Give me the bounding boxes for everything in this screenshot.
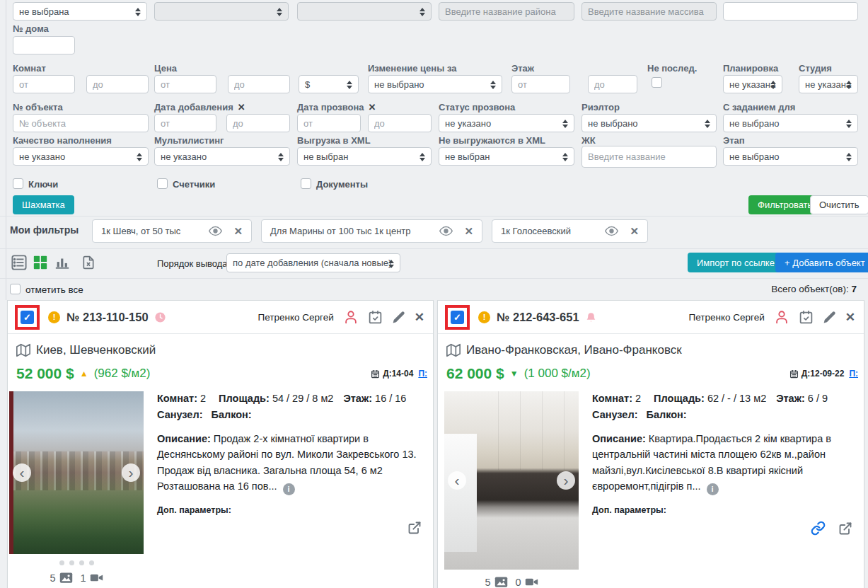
order-select[interactable]: по дате добавления (сначала новые) [226,253,400,272]
date-added-clear-icon[interactable]: ✕ [238,102,245,113]
price-to-input[interactable] [228,75,290,93]
list-view-icon[interactable] [11,254,28,271]
counters-checkbox[interactable] [157,178,168,189]
eye-icon[interactable] [209,224,222,238]
house-number-input[interactable] [13,36,75,54]
clock-icon[interactable] [154,311,166,323]
link-icon[interactable] [811,521,826,536]
select-all-checkbox[interactable] [10,284,21,294]
card-checkbox[interactable]: ✓ [21,311,34,324]
date-group: Д:12-09-22 П: [789,369,858,379]
layout-select[interactable]: не указана [723,75,782,93]
xml-export-select[interactable]: не выбран [297,147,432,166]
saved-filter-chip[interactable]: 1к Шевч, от 50 тыс ✕ [92,219,252,243]
card-body: Ивано-Франковская, Ивано-Франковск 62 00… [438,334,864,588]
address-row: Ивано-Франковская, Ивано-Франковск [438,343,864,357]
stage-select[interactable]: не выбрано [723,147,858,166]
photo-dot[interactable] [69,560,74,565]
chess-view-button[interactable]: Шахматка [13,195,74,214]
rooms-label: Комнат: [157,393,197,404]
date-added-from-input[interactable] [154,114,216,132]
clear-button[interactable]: Очистить [810,195,868,214]
calendar-task-icon[interactable] [799,310,814,325]
task-for-select[interactable]: не выбрано [723,114,858,132]
object-number-input[interactable] [13,114,149,132]
grid-view-icon[interactable] [33,254,50,271]
saved-filter-chip[interactable]: 1к Голосеевский ✕ [492,219,648,243]
price-change-select[interactable]: не выбрано [368,75,502,93]
media-counts: 5 1 [9,565,144,584]
quality-select-value: не указано [19,151,65,162]
call-link[interactable]: П: [849,369,858,379]
card-checkbox[interactable]: ✓ [451,311,464,324]
add-object-button[interactable]: + Добавить объект [775,253,868,272]
object-number-label: № объекта [13,102,63,113]
date-added-to-input[interactable] [226,114,290,132]
date-call-to-input[interactable] [368,114,432,132]
check-icon: ✓ [23,312,31,323]
bell-icon[interactable] [585,311,597,323]
warning-icon[interactable]: ! [478,311,490,323]
info-icon[interactable]: i [707,483,719,495]
divider [0,216,868,217]
card-body: Киев, Шевченковский 52 000 $ ▲ (962 $/м2… [8,334,433,584]
external-link-icon[interactable] [407,521,422,535]
price-from-input[interactable] [154,75,216,93]
delete-icon[interactable]: ✕ [845,311,855,323]
saved-filter-chip[interactable]: Для Марины от 100 тыс 1к центр ✕ [261,219,482,243]
agent-icon[interactable] [343,309,359,325]
property-photo[interactable]: ‹ › [444,391,579,570]
price-per-m2: (962 $/м2) [94,367,151,381]
info-icon[interactable]: i [283,483,295,495]
edit-icon[interactable] [392,311,405,324]
region-select[interactable]: не выбрана [13,2,147,21]
photo-dot[interactable] [89,560,94,565]
chart-view-icon[interactable] [54,254,71,271]
photo-dot[interactable] [79,560,84,565]
edit-icon[interactable] [823,311,836,324]
eye-icon[interactable] [605,224,618,238]
photo-prev-icon[interactable]: ‹ [448,471,466,490]
call-status-select[interactable]: не указано [439,114,574,132]
external-link-icon[interactable] [838,521,852,536]
annotation-highlight-box: ✓ [15,305,40,330]
date-added-label-text: Дата добавления [154,102,233,113]
property-photo[interactable]: ‹ › [9,391,144,554]
keys-checkbox[interactable] [13,178,23,189]
rooms-to-input[interactable] [86,75,149,93]
photo-next-icon[interactable]: › [557,471,575,490]
documents-checkbox[interactable] [301,178,311,189]
rooms-from-input[interactable] [13,75,75,93]
currency-select[interactable]: $ [299,75,359,93]
floor-to-input[interactable] [588,75,637,93]
remove-filter-icon[interactable]: ✕ [464,225,473,238]
complex-input[interactable] [581,146,717,168]
studio-select[interactable]: не указана [799,75,858,93]
remove-filter-icon[interactable]: ✕ [233,225,243,238]
divider [0,278,868,279]
remove-filter-icon[interactable]: ✕ [630,225,639,238]
floor-from-input[interactable] [511,75,570,93]
not-last-checkbox[interactable] [652,77,662,88]
date-call-clear-icon[interactable]: ✕ [369,102,376,113]
photo-dot[interactable] [59,560,64,565]
multilisting-select[interactable]: не указано [154,147,290,166]
street-input[interactable] [723,2,858,21]
import-by-link-button[interactable]: Импорт по ссылке [688,253,784,272]
eye-icon[interactable] [439,224,453,238]
photo-prev-icon[interactable]: ‹ [13,463,31,482]
photo-next-icon[interactable]: › [122,463,140,482]
calendar-task-icon[interactable] [368,310,383,325]
map-icon[interactable] [446,343,461,357]
realtor-select[interactable]: не выбрано [581,114,717,132]
agent-icon[interactable] [774,309,789,325]
warning-icon[interactable]: ! [48,311,60,323]
delete-icon[interactable]: ✕ [415,311,424,323]
date-call-from-input[interactable] [297,114,361,132]
address-row: Киев, Шевченковский [8,343,433,357]
xml-not-export-select[interactable]: не выбран [439,147,574,166]
map-icon[interactable] [16,343,30,357]
quality-select[interactable]: не указано [13,147,149,166]
call-link[interactable]: П: [418,369,427,379]
excel-export-icon[interactable] [81,254,98,271]
